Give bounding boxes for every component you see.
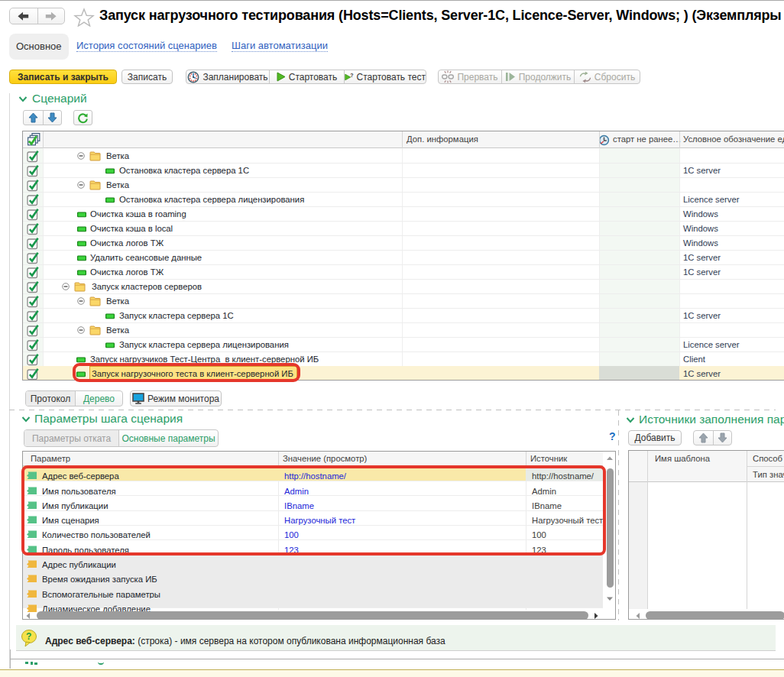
- svg-text:?: ?: [26, 631, 31, 642]
- svg-text:?: ?: [350, 73, 353, 78]
